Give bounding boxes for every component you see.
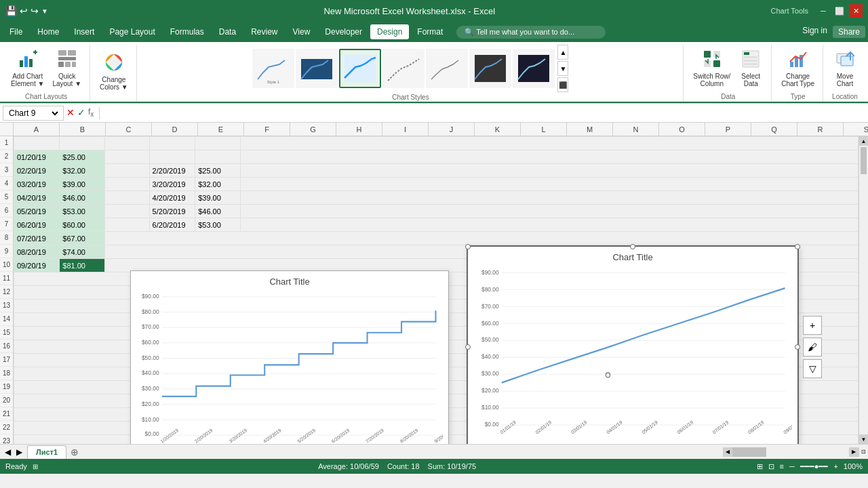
- cell-A3[interactable]: 02/20/19: [14, 164, 60, 178]
- cell-E2[interactable]: [195, 150, 241, 164]
- cancel-formula-icon[interactable]: ✕: [66, 107, 75, 118]
- cell-D3[interactable]: 2/20/2019: [149, 164, 195, 178]
- row-19[interactable]: 19: [0, 380, 13, 394]
- page-layout-view-btn[interactable]: ⊡: [768, 462, 774, 471]
- col-header-J[interactable]: J: [429, 123, 475, 136]
- cell-E6[interactable]: $46.00: [195, 205, 241, 218]
- cell-D7[interactable]: 6/20/2019: [149, 218, 195, 232]
- hscroll-left-btn[interactable]: ◀: [723, 447, 732, 457]
- col-header-K[interactable]: K: [475, 123, 521, 136]
- name-box[interactable]: Chart 9: [3, 106, 64, 121]
- row-22[interactable]: 22: [0, 421, 13, 434]
- menu-view[interactable]: View: [286, 24, 317, 39]
- hscroll-right-btn[interactable]: ▶: [849, 447, 859, 457]
- row-23[interactable]: 23: [0, 434, 13, 444]
- normal-view-btn[interactable]: ⊞: [757, 462, 763, 471]
- menu-formulas[interactable]: Formulas: [163, 24, 211, 39]
- col-header-C[interactable]: C: [106, 123, 152, 136]
- handle-tr[interactable]: [795, 244, 800, 249]
- cell-B3[interactable]: $32.00: [60, 164, 105, 178]
- col-header-G[interactable]: G: [290, 123, 336, 136]
- save-icon[interactable]: 💾: [5, 5, 17, 16]
- chart-tool-filter-btn[interactable]: ▽: [803, 359, 822, 378]
- menu-design[interactable]: Design: [370, 24, 409, 39]
- restore-btn[interactable]: ⬜: [833, 4, 846, 18]
- row-18[interactable]: 18: [0, 367, 13, 380]
- hscroll-track[interactable]: [732, 447, 849, 457]
- cell-A10[interactable]: 09/20/19: [14, 259, 60, 272]
- col-header-L[interactable]: L: [521, 123, 567, 136]
- zoom-in-btn[interactable]: +: [833, 462, 837, 470]
- col-header-O[interactable]: O: [659, 123, 705, 136]
- menu-developer[interactable]: Developer: [318, 24, 369, 39]
- row-14[interactable]: 14: [0, 312, 13, 326]
- chart-style-7[interactable]: [513, 49, 555, 88]
- chart1[interactable]: Chart Title $90.00 $80.00 $70.00 $60.00 …: [130, 270, 449, 444]
- col-header-R[interactable]: R: [797, 123, 844, 136]
- cell-A7[interactable]: 06/20/19: [14, 218, 60, 232]
- zoom-slider[interactable]: ━━━●━━: [800, 462, 829, 471]
- scroll-down-btn[interactable]: ▼: [859, 434, 868, 444]
- undo-icon[interactable]: ↩: [20, 5, 28, 16]
- cell-D5[interactable]: 4/20/2019: [149, 191, 195, 205]
- formula-input[interactable]: [105, 106, 865, 121]
- menu-home[interactable]: Home: [31, 24, 66, 39]
- cell-B10[interactable]: $81.00: [60, 259, 105, 272]
- cell-D1[interactable]: [149, 137, 195, 150]
- cell-B8[interactable]: $67.00: [60, 232, 105, 245]
- share-btn[interactable]: Share: [833, 26, 865, 38]
- chart-tool-style-btn[interactable]: 🖌: [803, 338, 822, 357]
- menu-insert[interactable]: Insert: [67, 24, 101, 39]
- chart2[interactable]: Chart Title $90.00 $80.00 $70.00 $60.00 …: [467, 245, 799, 444]
- style-scroll-more[interactable]: ⬛: [557, 77, 568, 92]
- add-chart-element-btn[interactable]: Add ChartElement ▼: [8, 48, 47, 89]
- col-header-B[interactable]: B: [60, 123, 106, 136]
- cell-A2[interactable]: 01/20/19: [14, 150, 60, 164]
- cell-D2[interactable]: [149, 150, 195, 164]
- zoom-out-btn[interactable]: ─: [789, 462, 795, 470]
- menu-page-layout[interactable]: Page Layout: [102, 24, 161, 39]
- row-15[interactable]: 15: [0, 326, 13, 340]
- quick-layout-btn[interactable]: QuickLayout ▼: [50, 48, 84, 89]
- change-chart-type-btn[interactable]: ChangeChart Type: [778, 48, 817, 89]
- cell-C3[interactable]: [105, 164, 149, 178]
- cell-E7[interactable]: $53.00: [195, 218, 241, 232]
- split-box[interactable]: ⊡: [859, 447, 868, 457]
- chart-tool-add-btn[interactable]: +: [803, 316, 822, 335]
- col-header-M[interactable]: M: [567, 123, 613, 136]
- style-scroll-up[interactable]: ▲: [557, 45, 568, 60]
- redo-icon[interactable]: ↪: [31, 5, 39, 16]
- col-header-Q[interactable]: Q: [751, 123, 797, 136]
- cell-C6[interactable]: [105, 205, 149, 218]
- row-6[interactable]: 6: [0, 204, 13, 218]
- cell-B9[interactable]: $74.00: [60, 245, 105, 259]
- menu-data[interactable]: Data: [212, 24, 243, 39]
- chart-style-2[interactable]: [296, 49, 338, 88]
- cell-B4[interactable]: $39.00: [60, 178, 105, 191]
- cell-B6[interactable]: $53.00: [60, 205, 105, 218]
- close-btn[interactable]: ✕: [849, 4, 863, 18]
- cell-A9[interactable]: 08/20/19: [14, 245, 60, 259]
- col-header-D[interactable]: D: [152, 123, 198, 136]
- confirm-formula-icon[interactable]: ✓: [77, 107, 85, 118]
- window-controls[interactable]: ─ ⬜ ✕: [816, 4, 863, 18]
- cell-D4[interactable]: 3/20/2019: [149, 178, 195, 191]
- row-8[interactable]: 8: [0, 231, 13, 245]
- row-20[interactable]: 20: [0, 394, 13, 407]
- cell-A8[interactable]: 07/20/19: [14, 232, 60, 245]
- row-21[interactable]: 21: [0, 407, 13, 421]
- row-12[interactable]: 12: [0, 285, 13, 299]
- page-view-btn[interactable]: ⊞: [33, 463, 38, 470]
- row-1[interactable]: 1: [0, 136, 13, 150]
- col-header-F[interactable]: F: [244, 123, 290, 136]
- menu-file[interactable]: File: [3, 24, 29, 39]
- col-header-A[interactable]: A: [14, 123, 60, 136]
- row-2[interactable]: 2: [0, 150, 13, 163]
- menu-review[interactable]: Review: [244, 24, 284, 39]
- cell-A6[interactable]: 05/20/19: [14, 205, 60, 218]
- style-scroll-down[interactable]: ▼: [557, 61, 568, 76]
- col-header-H[interactable]: H: [336, 123, 382, 136]
- help-search[interactable]: 🔍 Tell me what you want to do...: [456, 26, 606, 39]
- vertical-scrollbar[interactable]: ▲ ▼: [859, 136, 868, 444]
- select-data-btn[interactable]: SelectData: [736, 48, 766, 89]
